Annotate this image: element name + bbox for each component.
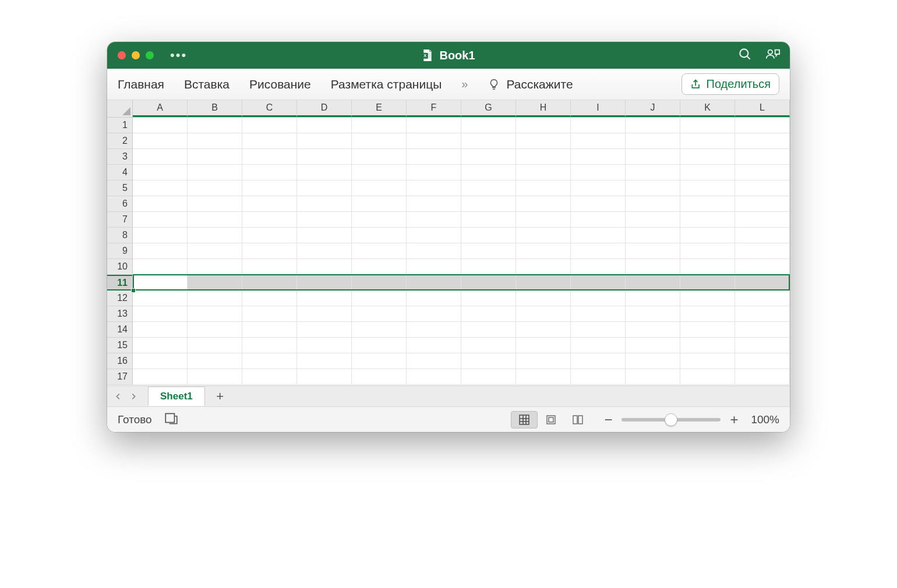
cell[interactable] (461, 165, 516, 180)
cell[interactable] (735, 369, 790, 385)
column-header[interactable]: D (297, 100, 352, 117)
cell[interactable] (242, 338, 297, 353)
zoom-slider-thumb[interactable] (665, 413, 677, 426)
sheet-nav-prev[interactable] (112, 390, 125, 403)
row-header[interactable]: 2 (107, 133, 132, 149)
cell[interactable] (242, 369, 297, 385)
cell[interactable] (407, 196, 461, 212)
cell[interactable] (571, 118, 626, 133)
cell[interactable] (680, 196, 735, 212)
cell[interactable] (242, 180, 297, 196)
column-header[interactable]: B (188, 100, 242, 117)
cell[interactable] (461, 369, 516, 385)
cell[interactable] (735, 228, 790, 243)
selection-fill-handle[interactable] (131, 288, 136, 293)
cell[interactable] (461, 243, 516, 259)
cell[interactable] (133, 322, 188, 338)
cell[interactable] (297, 275, 352, 291)
cell[interactable] (571, 133, 626, 149)
cell[interactable] (352, 243, 407, 259)
cell[interactable] (516, 212, 571, 228)
cell[interactable] (133, 338, 188, 353)
cell[interactable] (516, 275, 571, 291)
row-header[interactable]: 13 (107, 306, 132, 322)
cell[interactable] (461, 196, 516, 212)
cell[interactable] (571, 353, 626, 369)
cell[interactable] (735, 133, 790, 149)
cell[interactable] (735, 353, 790, 369)
cell[interactable] (571, 243, 626, 259)
cell[interactable] (680, 118, 735, 133)
cell[interactable] (352, 196, 407, 212)
cell[interactable] (516, 149, 571, 165)
cell[interactable] (188, 259, 242, 275)
cell[interactable] (188, 275, 242, 291)
cell[interactable] (626, 369, 680, 385)
cell[interactable] (352, 118, 407, 133)
cell[interactable] (133, 165, 188, 180)
cell[interactable] (516, 259, 571, 275)
tab-page-layout[interactable]: Разметка страницы (331, 77, 442, 91)
cell[interactable] (680, 180, 735, 196)
cell[interactable] (352, 212, 407, 228)
cell[interactable] (626, 338, 680, 353)
column-header[interactable]: L (735, 100, 790, 117)
cell[interactable] (735, 165, 790, 180)
cell[interactable] (516, 338, 571, 353)
cell[interactable] (626, 118, 680, 133)
cell[interactable] (461, 259, 516, 275)
cell[interactable] (735, 322, 790, 338)
cell[interactable] (407, 228, 461, 243)
cell[interactable] (571, 275, 626, 291)
cell[interactable] (680, 353, 735, 369)
cell[interactable] (461, 306, 516, 322)
cell[interactable] (242, 228, 297, 243)
cell[interactable] (516, 133, 571, 149)
cell[interactable] (407, 133, 461, 149)
cell[interactable] (680, 228, 735, 243)
cell[interactable] (188, 306, 242, 322)
cell[interactable] (626, 275, 680, 291)
column-header[interactable]: A (133, 100, 188, 117)
cell[interactable] (188, 243, 242, 259)
cell[interactable] (352, 369, 407, 385)
column-header[interactable]: J (626, 100, 680, 117)
cell[interactable] (680, 149, 735, 165)
cell[interactable] (242, 322, 297, 338)
cell[interactable] (571, 196, 626, 212)
cell[interactable] (680, 243, 735, 259)
cell[interactable] (242, 291, 297, 306)
cell[interactable] (352, 353, 407, 369)
add-sheet-button[interactable]: + (211, 389, 229, 404)
cell[interactable] (626, 149, 680, 165)
cell[interactable] (516, 369, 571, 385)
sheet-nav-next[interactable] (127, 390, 140, 403)
cell[interactable] (188, 149, 242, 165)
row-header[interactable]: 16 (107, 353, 132, 369)
cell[interactable] (516, 322, 571, 338)
cell[interactable] (297, 196, 352, 212)
cell[interactable] (626, 243, 680, 259)
cell[interactable] (133, 118, 188, 133)
cell[interactable] (407, 180, 461, 196)
cell[interactable] (461, 118, 516, 133)
row-header[interactable]: 5 (107, 180, 132, 196)
column-header[interactable]: G (461, 100, 516, 117)
cells-area[interactable] (133, 118, 790, 385)
select-all-corner[interactable] (107, 100, 133, 118)
tab-home[interactable]: Главная (118, 77, 164, 91)
cell[interactable] (735, 291, 790, 306)
cell[interactable] (133, 259, 188, 275)
cell[interactable] (735, 259, 790, 275)
cell[interactable] (407, 259, 461, 275)
cell[interactable] (188, 228, 242, 243)
cell[interactable] (680, 291, 735, 306)
cell[interactable] (297, 165, 352, 180)
cell[interactable] (133, 212, 188, 228)
cell[interactable] (461, 322, 516, 338)
cell[interactable] (571, 306, 626, 322)
cell[interactable] (571, 322, 626, 338)
cell[interactable] (188, 196, 242, 212)
cell[interactable] (407, 275, 461, 291)
cell[interactable] (242, 149, 297, 165)
